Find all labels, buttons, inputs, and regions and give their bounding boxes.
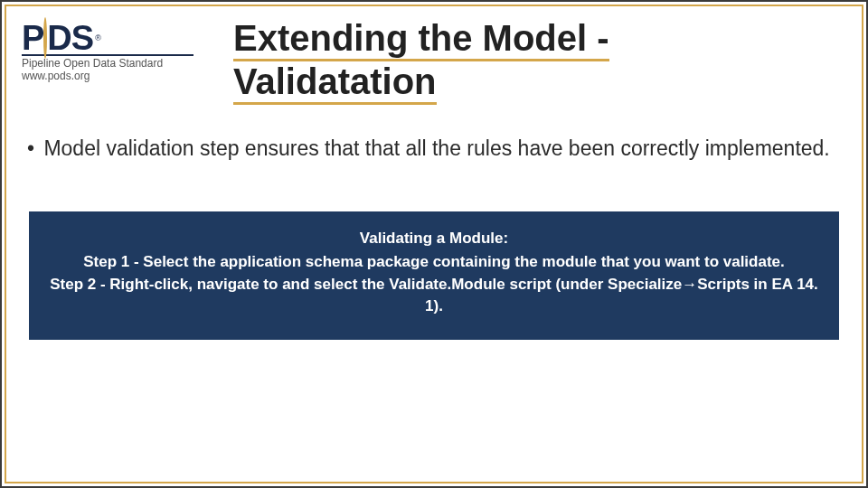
logo: PDS® Pipeline Open Data Standard www.pod…	[22, 23, 193, 83]
bullet-marker: •	[27, 136, 38, 162]
title-line-2: Validatation	[233, 61, 437, 105]
callout-heading: Validating a Module:	[49, 230, 819, 248]
title-line-1: Extending the Model -	[233, 18, 609, 61]
logo-trademark: ®	[95, 33, 101, 42]
callout-box: Validating a Module: Step 1 - Select the…	[29, 211, 839, 340]
slide: PDS® Pipeline Open Data Standard www.pod…	[0, 0, 868, 488]
logo-main: PDS®	[22, 23, 193, 52]
logo-subline-2: www.pods.org	[22, 70, 193, 83]
callout-step-2: Step 2 - Right-click, navigate to and se…	[49, 274, 819, 318]
slide-title: Extending the Model - Validatation	[233, 18, 830, 105]
logo-subline-1: Pipeline Open Data Standard	[22, 58, 193, 70]
bullet-list: • Model validation step ensures that tha…	[27, 136, 830, 162]
logo-word: PDS	[22, 23, 93, 52]
callout-step-1: Step 1 - Select the application schema p…	[49, 251, 819, 274]
bullet-text: Model validation step ensures that that …	[43, 136, 829, 160]
